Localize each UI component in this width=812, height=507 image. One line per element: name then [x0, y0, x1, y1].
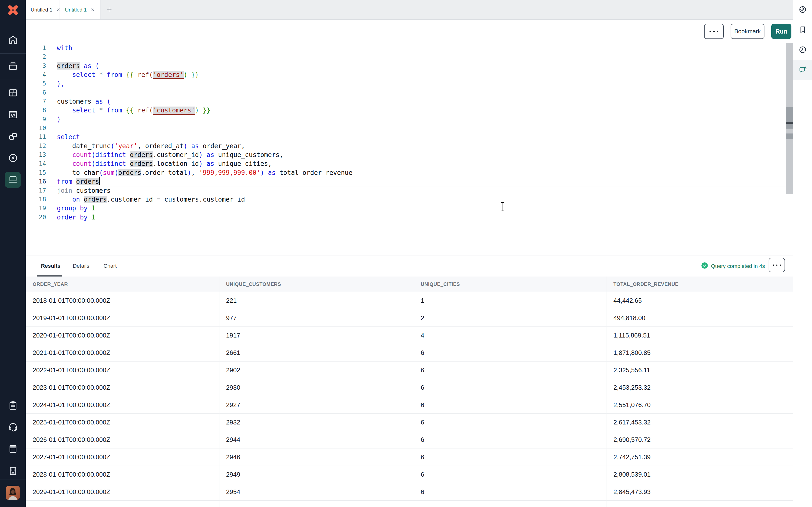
- table-row[interactable]: 2025-01-01T00:00:00.000Z293262,617,453.3…: [26, 414, 793, 431]
- right-sidebar-item-bookmarks[interactable]: [793, 20, 812, 40]
- code-token: (: [92, 151, 95, 159]
- sidebar-item-organization[interactable]: [0, 460, 26, 482]
- line-number: 12: [26, 142, 46, 150]
- user-avatar[interactable]: [6, 486, 20, 500]
- compass-icon: [798, 5, 807, 15]
- code-line[interactable]: 11select: [26, 132, 793, 141]
- code-line[interactable]: 5),: [26, 79, 793, 88]
- code-line[interactable]: 17join customers: [26, 186, 793, 195]
- code-token: (: [111, 142, 114, 150]
- code-line[interactable]: 12 date_trunc('year', ordered_at) as ord…: [26, 142, 793, 150]
- code-line[interactable]: 20order by 1: [26, 213, 793, 222]
- line-number: 13: [26, 150, 46, 159]
- table-row[interactable]: 2018-01-01T00:00:00.000Z221144,442.65: [26, 292, 793, 309]
- right-sidebar-item-history[interactable]: [793, 40, 812, 60]
- sidebar-item-projects[interactable]: [0, 82, 26, 104]
- sidebar-item-support[interactable]: [0, 416, 26, 438]
- scrollbar-thumb[interactable]: [786, 107, 793, 128]
- table-row[interactable]: 2022-01-01T00:00:00.000Z290262,325,556.1…: [26, 361, 793, 379]
- code-line[interactable]: 10: [26, 124, 793, 132]
- code-line[interactable]: 2: [26, 52, 793, 61]
- code-token: , ordered_at: [138, 142, 184, 150]
- code-token: group by: [57, 205, 88, 212]
- document-tab[interactable]: Untitled 1: [26, 0, 60, 19]
- code-line[interactable]: 19group by 1: [26, 204, 793, 213]
- code-line[interactable]: 8 select * from {{ ref('customers') }}: [26, 106, 793, 115]
- table-cell: 6: [414, 436, 607, 444]
- table-cell: 2902: [219, 367, 414, 374]
- code-token: 'year': [114, 142, 138, 150]
- sidebar-item-home[interactable]: [0, 29, 26, 51]
- code-token: ): [57, 116, 61, 123]
- line-number: 14: [26, 159, 46, 168]
- code-token: distinct: [95, 160, 126, 167]
- new-tab-button[interactable]: [101, 0, 118, 19]
- right-sidebar-item-explore[interactable]: [793, 0, 812, 20]
- line-number: 18: [26, 195, 46, 204]
- code-line[interactable]: 7customers as (: [26, 97, 793, 106]
- code-line[interactable]: 15 to_char(sum(orders.order_total), '999…: [26, 168, 793, 177]
- code-line-content: order by 1: [46, 213, 793, 222]
- table-row[interactable]: 2021-01-01T00:00:00.000Z266161,871,800.8…: [26, 344, 793, 361]
- code-line[interactable]: 13 count(distinct orders.customer_id) as…: [26, 150, 793, 159]
- results-more-button[interactable]: [769, 258, 785, 272]
- right-sidebar-item-ai-assistant[interactable]: [793, 60, 812, 80]
- hex-logo[interactable]: [0, 0, 26, 20]
- code-token: [57, 196, 72, 203]
- table-row[interactable]: 2019-01-01T00:00:00.000Z9772494,818.00: [26, 309, 793, 327]
- code-token: ): [199, 151, 203, 159]
- table-cell: 1,871,800.85: [607, 349, 793, 357]
- code-line[interactable]: 1with: [26, 44, 793, 52]
- code-line[interactable]: 4 select * from {{ ref('orders') }}: [26, 70, 793, 79]
- run-button[interactable]: Run: [771, 24, 792, 39]
- sidebar-item-code-templates[interactable]: [0, 104, 26, 126]
- results-tab-results[interactable]: Results: [41, 256, 60, 277]
- code-token: .customer_id: [153, 151, 199, 159]
- code-line[interactable]: 16from orders: [26, 177, 793, 186]
- code-token: sum: [103, 169, 114, 176]
- results-tab-details[interactable]: Details: [73, 256, 89, 277]
- windows-icon: [8, 131, 18, 143]
- table-row[interactable]: 2023-01-01T00:00:00.000Z293062,453,253.3…: [26, 379, 793, 396]
- code-token: (: [92, 160, 95, 167]
- code-line[interactable]: 18 on orders.customer_id = customers.cus…: [26, 195, 793, 204]
- book-icon: [8, 444, 18, 455]
- table-row[interactable]: 2027-01-01T00:00:00.000Z294662,742,751.3…: [26, 448, 793, 466]
- table-row[interactable]: 2024-01-01T00:00:00.000Z292762,551,076.7…: [26, 396, 793, 414]
- table-row[interactable]: 2030-01-01T00:00:00.000Z287961,841,049.3…: [26, 501, 793, 507]
- query-status-text: Query completed in 4s: [711, 263, 765, 269]
- code-line[interactable]: 9): [26, 115, 793, 124]
- table-row[interactable]: 2026-01-01T00:00:00.000Z294462,690,570.7…: [26, 431, 793, 448]
- code-line[interactable]: 14 count(distinct orders.location_id) as…: [26, 159, 793, 168]
- table-row[interactable]: 2020-01-01T00:00:00.000Z191741,115,869.5…: [26, 327, 793, 344]
- sidebar-item-apps[interactable]: [0, 126, 26, 148]
- code-token: [122, 107, 126, 114]
- table-row[interactable]: 2029-01-01T00:00:00.000Z295462,845,473.9…: [26, 483, 793, 501]
- close-icon[interactable]: [90, 7, 95, 12]
- code-token: (: [107, 98, 111, 105]
- bookmark-button[interactable]: Bookmark: [730, 24, 764, 39]
- sidebar-item-workspace[interactable]: [0, 169, 26, 191]
- more-options-button[interactable]: [704, 24, 724, 39]
- sql-editor[interactable]: 1with23orders as (4 select * from {{ ref…: [26, 43, 793, 255]
- line-number: 9: [26, 115, 46, 124]
- line-number: 8: [26, 106, 46, 115]
- sidebar-item-explore[interactable]: [0, 148, 26, 169]
- code-token: from: [57, 178, 72, 185]
- code-token: [203, 151, 207, 159]
- code-token: [72, 178, 76, 185]
- sidebar-item-data-sources[interactable]: [0, 56, 26, 78]
- code-line[interactable]: 3orders as (: [26, 61, 793, 70]
- results-tab-bar: Query completed in 4s ResultsDetailsChar…: [26, 255, 793, 277]
- table-row[interactable]: 2028-01-01T00:00:00.000Z294962,808,539.0…: [26, 466, 793, 483]
- code-line[interactable]: 6: [26, 88, 793, 97]
- document-tab[interactable]: Untitled 1: [60, 0, 101, 19]
- code-line-content: count(distinct orders.location_id) as un…: [46, 159, 793, 168]
- sidebar-item-docs[interactable]: [0, 438, 26, 460]
- sidebar-item-templates[interactable]: [0, 395, 26, 417]
- editor-scrollbar[interactable]: [786, 43, 793, 194]
- code-line-content: [46, 88, 793, 97]
- results-tab-chart[interactable]: Chart: [103, 256, 117, 277]
- code-token: count: [72, 160, 92, 167]
- code-line-content: ): [46, 115, 793, 124]
